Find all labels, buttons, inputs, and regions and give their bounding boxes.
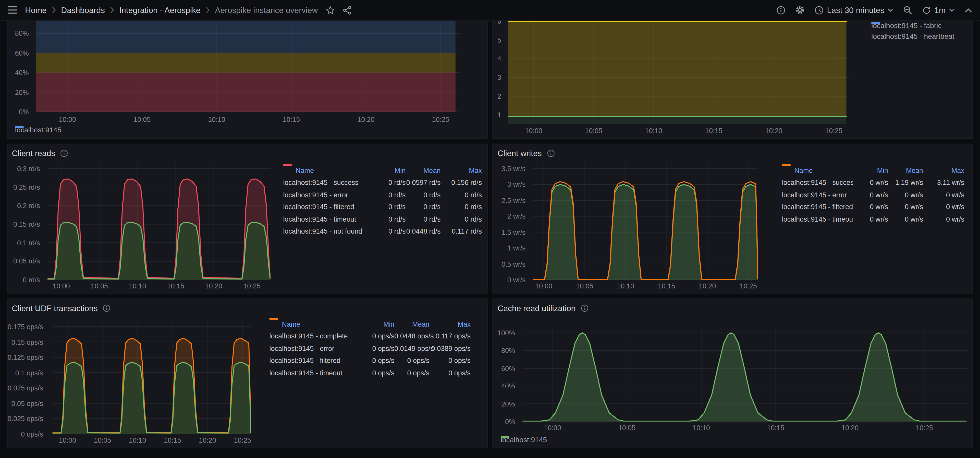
legend-value: 0 wr/s	[888, 215, 923, 223]
x-axis-labels: 10:0010:0510:1010:1510:2010:25	[36, 116, 460, 124]
refresh-interval-picker[interactable]: 1m	[922, 5, 955, 15]
panel-title[interactable]: Client writes	[497, 148, 542, 158]
panel-title[interactable]: Client reads	[12, 148, 56, 158]
legend-value: 0 rd/s	[441, 191, 482, 198]
x-tick-label: 10:05	[585, 127, 602, 134]
legend-value: 0 ops/s	[360, 357, 394, 364]
legend-item[interactable]: localhost:9145	[501, 436, 547, 443]
series-color-dash	[15, 126, 24, 128]
x-tick-label: 10:25	[740, 282, 757, 290]
x-tick-label: 10:20	[765, 127, 782, 134]
y-tick-label: 4	[497, 55, 501, 62]
legend-header-mean[interactable]: Mean	[406, 166, 441, 174]
collapse-nav-button[interactable]	[964, 7, 973, 13]
legend-header-max[interactable]: Max	[429, 320, 471, 328]
legend-item[interactable]: localhost:9145 - heartbeat	[871, 32, 955, 40]
legend-value: 0 rd/s	[441, 203, 482, 211]
legend-series-name[interactable]: localhost:9145 - timeout	[782, 215, 853, 223]
share-button[interactable]	[342, 5, 352, 15]
dashboard-insights-button[interactable]	[776, 5, 786, 15]
network-chart[interactable]	[508, 14, 849, 124]
legend-header-name[interactable]: Name	[283, 166, 371, 174]
client-writes-chart[interactable]	[533, 163, 758, 280]
time-range-picker[interactable]: Last 30 minutes	[815, 5, 894, 15]
panel-title[interactable]: Client UDF transactions	[12, 303, 98, 313]
legend-series-name[interactable]: localhost:9145 - not found	[283, 227, 371, 235]
panel-info-icon[interactable]	[60, 149, 68, 157]
x-tick-label: 10:15	[167, 282, 184, 290]
legend-header-mean[interactable]: Mean	[888, 166, 923, 174]
client-udf-chart[interactable]	[52, 322, 251, 434]
legend-value: 0 ops/s	[429, 357, 471, 364]
chevron-right-icon	[110, 7, 115, 13]
legend-value: 0 wr/s	[853, 203, 888, 211]
panel-title[interactable]: Cache read utilization	[497, 303, 576, 313]
x-tick-label: 10:10	[645, 127, 662, 134]
legend-series-name[interactable]: localhost:9145 - complete	[269, 332, 360, 340]
legend-header-mean[interactable]: Mean	[394, 320, 429, 328]
x-tick-label: 10:25	[916, 424, 933, 431]
legend-value: 0.0448 rd/s	[406, 227, 441, 235]
legend-item[interactable]: localhost:9145	[15, 126, 62, 134]
breadcrumb-home[interactable]: Home	[25, 5, 47, 15]
x-tick-label: 10:05	[94, 437, 111, 444]
breadcrumb-dashboards[interactable]: Dashboards	[61, 5, 105, 15]
x-tick-label: 10:00	[544, 424, 561, 431]
legend-series-name[interactable]: localhost:9145 - timeout	[269, 369, 360, 376]
panel-info-icon[interactable]	[103, 304, 111, 312]
chevron-right-icon	[205, 7, 210, 13]
x-tick-label: 10:20	[199, 437, 216, 444]
x-tick-label: 10:05	[576, 282, 593, 290]
y-tick-label: 1 wr/s	[508, 244, 526, 252]
x-tick-label: 10:20	[842, 424, 859, 431]
series-label: localhost:9145 - fabric	[871, 22, 942, 29]
legend-series-name[interactable]: localhost:9145 - error	[782, 191, 853, 198]
legend-series-name[interactable]: localhost:9145 - success	[782, 179, 853, 186]
legend-series-name[interactable]: localhost:9145 - filtered	[269, 357, 360, 364]
legend-value: 0 ops/s	[360, 344, 394, 352]
legend-header-row: NameMinMeanMax	[283, 164, 482, 176]
client-reads-chart[interactable]	[48, 163, 270, 280]
y-tick-label: 0.15 rd/s	[13, 220, 40, 228]
panel-client-udf: Client UDF transactions 0 ops/s0.025 ops…	[7, 299, 488, 448]
x-axis-labels: 10:0010:0510:1010:1510:2010:25	[48, 282, 270, 291]
refresh-icon	[922, 5, 931, 15]
legend-value: 0 rd/s	[371, 191, 406, 198]
menu-button[interactable]	[7, 6, 18, 14]
legend-header-min[interactable]: Min	[371, 166, 406, 174]
legend-header-min[interactable]: Min	[853, 166, 888, 174]
legend-header-name[interactable]: Name	[269, 320, 360, 328]
dashboard-settings-button[interactable]	[795, 5, 805, 15]
series-label: localhost:9145 - not found	[283, 227, 362, 235]
panel-header: Client UDF transactions	[7, 299, 487, 317]
legend-series-name[interactable]: localhost:9145 - success	[283, 179, 371, 186]
legend-series-name[interactable]: localhost:9145 - error	[283, 191, 371, 198]
panel-info-icon[interactable]	[581, 304, 589, 312]
legend-row: localhost:9145 - timeout0 ops/s0 ops/s0 …	[269, 367, 471, 379]
legend-value: 0 wr/s	[853, 179, 888, 186]
legend-series-name[interactable]: localhost:9145 - timeout	[283, 215, 371, 223]
panel-info-icon[interactable]	[547, 149, 555, 157]
legend-series-name[interactable]: localhost:9145 - filtered	[782, 203, 853, 211]
y-tick-label: 1.5 wr/s	[501, 228, 525, 236]
breadcrumb-folder[interactable]: Integration - Aerospike	[119, 5, 200, 15]
legend-header-min[interactable]: Min	[360, 320, 394, 328]
legend-value: 1.19 wr/s	[888, 179, 923, 186]
legend-header-max[interactable]: Max	[923, 166, 964, 174]
y-tick-label: 0%	[19, 108, 29, 116]
zoom-out-button[interactable]	[903, 5, 913, 15]
legend-series-name[interactable]: localhost:9145 - filtered	[283, 203, 371, 211]
x-tick-label: 10:00	[52, 282, 70, 290]
legend-series-name[interactable]: localhost:9145 - error	[269, 344, 360, 352]
legend-header-name[interactable]: Name	[782, 166, 853, 174]
legend-item[interactable]: localhost:9145 - fabric	[871, 22, 955, 29]
star-button[interactable]	[325, 5, 335, 15]
y-axis-labels: 123456	[493, 14, 504, 124]
panel-header: Cache read utilization	[493, 299, 973, 317]
x-tick-label: 10:25	[432, 116, 449, 123]
legend-value: 0.0597 rd/s	[406, 179, 441, 186]
cache-read-chart[interactable]	[522, 328, 968, 422]
x-tick-label: 10:15	[658, 282, 675, 290]
legend-header-max[interactable]: Max	[441, 166, 482, 174]
share-icon	[342, 5, 352, 15]
